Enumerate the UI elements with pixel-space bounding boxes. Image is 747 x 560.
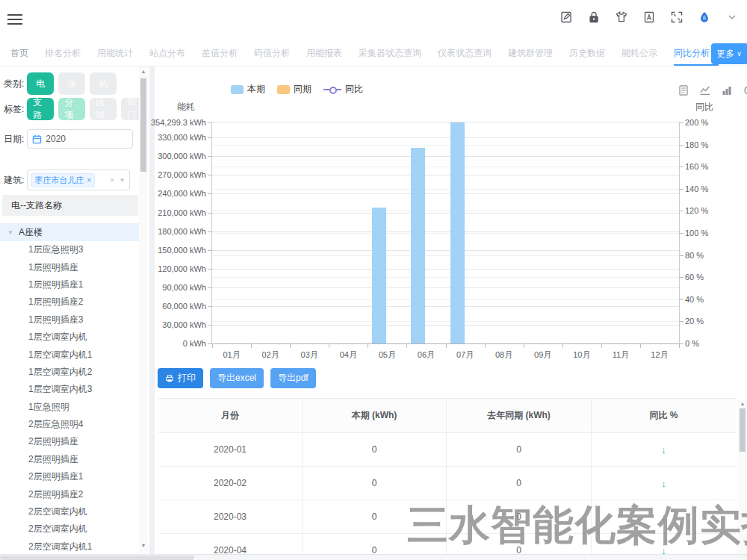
- table-row: 2020-0100↓: [158, 433, 736, 467]
- tree-item[interactable]: 2层照明插座1: [0, 468, 139, 485]
- scroll-up-icon[interactable]: ▲: [740, 401, 746, 406]
- legend-item[interactable]: 同期: [277, 83, 311, 96]
- y-axis-label: 330,000 kWh: [149, 133, 206, 142]
- more-button-label: 更多: [716, 48, 734, 60]
- tree-item[interactable]: 1层照明插座: [0, 258, 139, 276]
- building-tag-label: 枣庄市台儿庄: [34, 175, 84, 186]
- tree-item[interactable]: 2层应急照明4: [0, 416, 139, 433]
- nav-tab-label: 用能报表: [306, 48, 342, 58]
- tree-item[interactable]: 1层照明插座1: [0, 276, 139, 293]
- sidebar-scroll-thumb[interactable]: [140, 78, 146, 172]
- nav-tab[interactable]: 站点分布: [149, 41, 185, 66]
- legend-item[interactable]: 同比: [323, 83, 363, 96]
- filter-option[interactable]: 支路: [27, 98, 54, 120]
- axis-tick: [679, 167, 684, 167]
- tree-item[interactable]: 1层空调室内机3: [0, 381, 139, 398]
- gridline: [212, 193, 679, 194]
- fullscreen-icon[interactable]: [669, 10, 684, 25]
- calendar-icon: [32, 134, 42, 144]
- nav-tab[interactable]: 采集器状态查询: [359, 41, 421, 66]
- filter-option[interactable]: 热: [90, 72, 117, 95]
- logo-flame-icon[interactable]: [697, 10, 712, 25]
- right-axis-title: 同比: [695, 101, 713, 113]
- gridline: [212, 189, 679, 190]
- nav-tabbar: 首页排名分析用能统计站点分布差值分析码值分析用能报表采集器状态查询仪表状态查询建…: [0, 41, 747, 66]
- nav-tab[interactable]: 建筑群管理: [508, 41, 553, 66]
- data-view-icon[interactable]: [678, 84, 689, 96]
- legend-item[interactable]: 本期: [231, 83, 265, 96]
- gridline: [212, 213, 679, 214]
- tag-filter-row: 标签: 支路分项区域部门设备: [4, 98, 149, 120]
- axis-tick: [640, 343, 641, 348]
- axis-tick: [208, 156, 212, 157]
- tree-expand-icon[interactable]: ▼: [7, 229, 13, 236]
- building-select[interactable]: 枣庄市台儿庄 × × ▼: [27, 169, 130, 190]
- menu-toggle-icon[interactable]: [7, 11, 22, 23]
- tree-item[interactable]: 2层空调室内机: [0, 503, 139, 520]
- filter-option[interactable]: 分项: [58, 98, 85, 120]
- tree-item[interactable]: 2层空调室内机: [0, 520, 139, 538]
- tree-item[interactable]: 1层空调室内机2: [0, 364, 139, 381]
- tree-root-item[interactable]: ▼A座楼: [0, 223, 139, 241]
- tree-item[interactable]: 2层照明插座: [0, 451, 139, 468]
- table-header-cell: 本期 (kWh): [303, 399, 447, 432]
- filter-option[interactable]: 电: [27, 72, 54, 95]
- table-cell: 0: [303, 500, 447, 533]
- tree-item[interactable]: 1层空调室内机1: [0, 346, 139, 363]
- date-input[interactable]: 2020: [27, 129, 133, 149]
- tag-close-icon[interactable]: ×: [87, 176, 91, 184]
- nav-tab[interactable]: 差值分析: [202, 41, 238, 66]
- x-axis-label: 07月: [456, 349, 474, 361]
- tree-item[interactable]: 1层空调室内机: [0, 329, 139, 346]
- button-label: 打印: [178, 372, 196, 385]
- bar-chart-icon[interactable]: [721, 84, 733, 96]
- x-axis-label: 12月: [651, 349, 668, 361]
- trend-down-icon: ↓: [661, 511, 666, 523]
- restore-icon[interactable]: [743, 84, 747, 96]
- scroll-down-icon[interactable]: ▼: [140, 543, 146, 548]
- nav-tab[interactable]: 历史数据: [569, 41, 605, 66]
- nav-tab[interactable]: 排名分析: [45, 41, 81, 66]
- nav-tab[interactable]: 首页: [10, 41, 28, 66]
- chart-toolbox: [678, 84, 747, 96]
- theme-icon[interactable]: [614, 10, 629, 25]
- print-button[interactable]: 打印: [158, 368, 203, 388]
- tree-item[interactable]: 2层空调室内机1: [0, 538, 139, 554]
- axis-tick: [562, 343, 563, 348]
- export-button[interactable]: 导出excel: [210, 368, 264, 388]
- line-chart-icon[interactable]: [699, 84, 711, 96]
- nav-tab[interactable]: 用能统计: [97, 41, 133, 66]
- filter-option[interactable]: 区域: [90, 98, 117, 120]
- tree-item[interactable]: 1层照明插座3: [0, 311, 139, 329]
- gridline: [212, 255, 679, 256]
- chart-legend: 本期同期同比: [231, 83, 363, 96]
- nav-tab-label: 能耗公示: [622, 48, 657, 58]
- tree-item[interactable]: 2层照明插座: [0, 433, 139, 450]
- tree-item[interactable]: 2层照明插座2: [0, 485, 139, 503]
- tree-item[interactable]: 1层照明插座2: [0, 293, 139, 311]
- y-axis-label: 354,299.3 kWh: [149, 118, 206, 127]
- lock-icon[interactable]: [586, 10, 601, 25]
- axis-tick: [679, 321, 684, 322]
- select-clear-icon[interactable]: ×: [110, 175, 114, 184]
- x-axis-label: 09月: [534, 349, 551, 361]
- nav-tab[interactable]: 码值分析: [254, 41, 290, 66]
- select-caret-icon[interactable]: ▼: [119, 177, 125, 184]
- table-scroll-thumb[interactable]: [740, 408, 746, 452]
- tree-item[interactable]: 1层应急照明3: [0, 241, 139, 258]
- horizontal-scroll-thumb[interactable]: [0, 556, 194, 560]
- nav-tab[interactable]: 用能报表: [306, 41, 342, 66]
- export-button[interactable]: 导出pdf: [270, 368, 316, 388]
- scroll-up-icon[interactable]: ▲: [140, 69, 146, 74]
- translate-icon[interactable]: [642, 10, 657, 25]
- chevron-down-icon[interactable]: [725, 10, 740, 25]
- tree-item[interactable]: 1应急照明: [0, 399, 139, 416]
- button-label: 导出excel: [217, 372, 256, 385]
- topbar: [0, 0, 747, 41]
- nav-tab[interactable]: 能耗公示: [622, 41, 657, 66]
- nav-tab[interactable]: 仪表状态查询: [438, 41, 492, 66]
- more-button[interactable]: 更多 ∨: [711, 43, 747, 64]
- filter-option[interactable]: 水: [58, 72, 85, 95]
- y-axis-label: 300,000 kWh: [149, 152, 206, 161]
- edit-note-icon[interactable]: [559, 10, 574, 25]
